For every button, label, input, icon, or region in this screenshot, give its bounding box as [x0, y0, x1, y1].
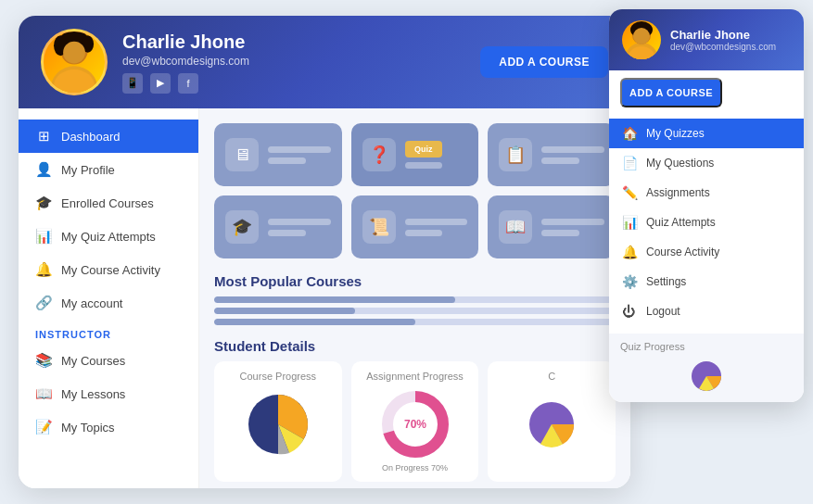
dashboard-icon: ⊞: [35, 128, 52, 145]
assignments-icon: ✏️: [622, 185, 637, 200]
overlay-menu-label-settings: Settings: [646, 275, 686, 288]
sidebar-item-course-activity[interactable]: 🔔 My Course Activity: [19, 253, 198, 286]
course-activity-overlay-icon: 🔔: [622, 245, 637, 259]
overlay-menu-label-logout: Logout: [646, 305, 680, 318]
course-card-3[interactable]: 📋: [488, 123, 616, 186]
overlay-menu-item-quiz-attempts[interactable]: 📊 Quiz Attempts: [609, 208, 804, 237]
course-card-icon-4: 🎓: [225, 210, 259, 244]
card-line: [541, 219, 604, 225]
quiz-progress-title: Quiz Progress: [620, 341, 793, 352]
overlay-menu-item-course-activity[interactable]: 🔔 Course Activity: [609, 237, 804, 267]
sidebar-item-my-lessons[interactable]: 📖 My Lessons: [19, 377, 198, 410]
quizzes-icon: 🏠: [622, 126, 637, 141]
overlay-menu-label-quiz-attempts: Quiz Attempts: [646, 216, 716, 229]
course-card-quiz[interactable]: ❓ Quiz: [351, 123, 479, 186]
card-line-short: [268, 158, 306, 164]
course-card-icon-5: 📜: [362, 210, 396, 244]
course-card-icon-6: 📖: [499, 210, 532, 244]
svg-point-15: [633, 28, 650, 44]
overlay-add-course-button[interactable]: ADD A COURSE: [620, 78, 722, 107]
course-card-1[interactable]: 🖥: [214, 123, 342, 186]
overlay-menu-label-quizzes: My Quizzes: [646, 127, 705, 140]
header-name: Charlie Jhone: [122, 32, 480, 53]
svg-text:70%: 70%: [403, 418, 426, 431]
card-line: [268, 146, 331, 153]
my-lessons-icon: 📖: [35, 385, 52, 402]
facebook-icon[interactable]: f: [178, 73, 198, 94]
whatsapp-icon[interactable]: 📱: [122, 73, 143, 94]
quiz-label: Quiz: [405, 141, 442, 158]
overlay-card: Charlie Jhone dev@wbcomdesigns.com ADD A…: [609, 9, 804, 402]
sidebar-label-my-lessons: My Lessons: [61, 387, 125, 401]
youtube-icon[interactable]: ▶: [150, 73, 171, 94]
course-card-6[interactable]: 📖: [488, 195, 616, 258]
card-line-short: [268, 230, 306, 236]
progress-bar-3: [214, 319, 616, 325]
overlay-menu-item-logout[interactable]: ⏻ Logout: [609, 296, 804, 326]
main-card: Charlie Jhone dev@wbcomdesigns.com 📱 ▶ f…: [19, 16, 630, 488]
sidebar-label-myprofile: My Profile: [61, 163, 115, 177]
add-course-button[interactable]: ADD A COURSE: [480, 46, 608, 78]
course-card-icon-3: 📋: [499, 138, 532, 171]
student-details-section: Student Details Course Progress: [214, 338, 616, 482]
card-line-short: [405, 230, 443, 236]
profile-icon: 👤: [35, 161, 52, 178]
assignment-progress-chart: Assignment Progress 70% On Progress 70%: [351, 361, 479, 482]
assignment-progress-sub: On Progress 70%: [361, 463, 470, 472]
sidebar-item-quiz-attempts[interactable]: 📊 My Quiz Attempts: [19, 220, 198, 253]
sidebar-label-quiz-attempts: My Quiz Attempts: [61, 230, 156, 244]
sidebar-item-myprofile[interactable]: 👤 My Profile: [19, 153, 198, 186]
course-progress-label: Course Progress: [223, 371, 333, 382]
main-content: 🖥 ❓ Quiz 📋: [199, 108, 630, 488]
card-line: [541, 146, 604, 153]
course-progress-pie: [223, 387, 333, 461]
third-chart-label: C: [497, 371, 606, 382]
mini-pie: [620, 358, 793, 395]
card-line: [268, 219, 331, 225]
sidebar-item-account[interactable]: 🔗 My account: [19, 286, 198, 320]
overlay-menu-item-assignments[interactable]: ✏️ Assignments: [609, 178, 804, 208]
overlay-menu-item-quizzes[interactable]: 🏠 My Quizzes: [609, 119, 804, 148]
sidebar-item-dashboard[interactable]: ⊞ Dashboard: [19, 120, 198, 153]
sidebar-item-enrolled[interactable]: 🎓 Enrolled Courses: [19, 186, 198, 220]
account-icon: 🔗: [35, 295, 52, 311]
header-info: Charlie Jhone dev@wbcomdesigns.com 📱 ▶ f: [122, 32, 480, 94]
overlay-menu-item-questions[interactable]: 📄 My Questions: [609, 148, 804, 178]
sidebar-label-account: My account: [61, 296, 122, 310]
course-grid: 🖥 ❓ Quiz 📋: [214, 123, 616, 258]
card-line-short: [541, 158, 579, 164]
header-social: 📱 ▶ f: [122, 73, 480, 94]
overlay-menu-item-settings[interactable]: ⚙️ Settings: [609, 267, 804, 296]
quiz-attempts-overlay-icon: 📊: [622, 215, 637, 230]
header: Charlie Jhone dev@wbcomdesigns.com 📱 ▶ f…: [19, 16, 630, 108]
card-line-short: [405, 162, 443, 169]
instructor-section-label: INSTRUCTOR: [19, 320, 198, 344]
settings-icon: ⚙️: [622, 274, 637, 289]
popular-courses-title: Most Popular Courses: [214, 273, 616, 289]
questions-icon: 📄: [622, 156, 637, 170]
my-topics-icon: 📝: [35, 419, 52, 435]
sidebar-label-my-courses: My Courses: [61, 354, 125, 368]
body-layout: ⊞ Dashboard 👤 My Profile 🎓 Enrolled Cour…: [19, 108, 630, 488]
progress-bar-2: [214, 308, 616, 314]
course-progress-chart: Course Progress: [214, 361, 342, 482]
charts-row: Course Progress: [214, 361, 616, 482]
overlay-menu-label-course-activity: Course Activity: [646, 246, 719, 258]
sidebar-item-my-courses[interactable]: 📚 My Courses: [19, 344, 198, 377]
overlay-menu-label-questions: My Questions: [646, 157, 714, 170]
course-card-5[interactable]: 📜: [351, 195, 479, 258]
student-details-title: Student Details: [214, 338, 616, 354]
sidebar-label-course-activity: My Course Activity: [61, 263, 160, 277]
svg-point-5: [63, 42, 85, 64]
sidebar-item-my-topics[interactable]: 📝 My Topics: [19, 410, 198, 444]
overlay-user-info: Charlie Jhone dev@wbcomdesigns.com: [670, 28, 776, 52]
assignment-progress-pie: 70%: [361, 387, 470, 461]
avatar: [41, 29, 108, 95]
course-card-4[interactable]: 🎓: [214, 195, 342, 258]
overlay-menu: 🏠 My Quizzes 📄 My Questions ✏️ Assignmen…: [609, 115, 804, 334]
third-chart: C: [488, 361, 616, 482]
course-card-icon-1: 🖥: [225, 138, 259, 171]
course-card-icon-quiz: ❓: [362, 138, 396, 171]
course-activity-icon: 🔔: [35, 261, 52, 278]
overlay-name: Charlie Jhone: [670, 28, 776, 42]
